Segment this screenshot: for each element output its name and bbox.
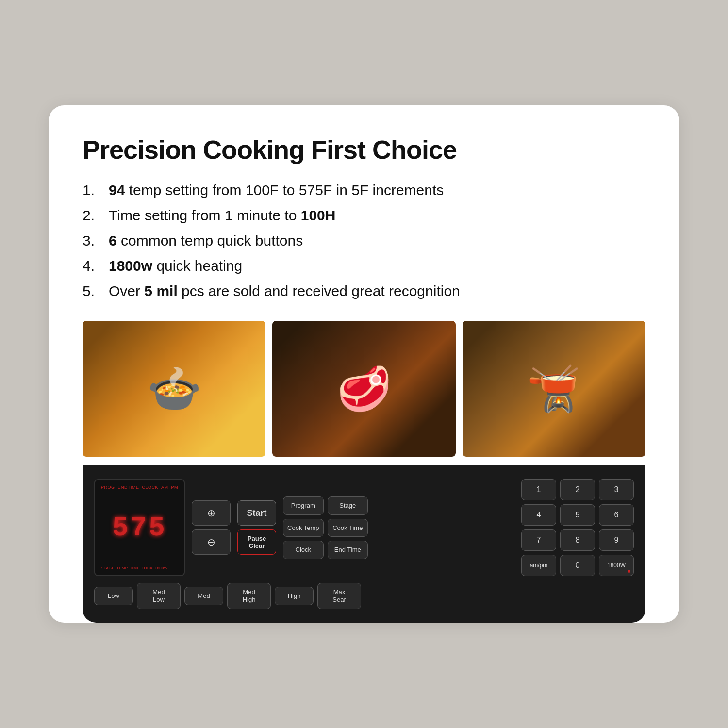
- soup-image: [83, 321, 265, 457]
- watt-indicator: 1800W: [155, 566, 168, 570]
- num-0-button[interactable]: 0: [560, 555, 595, 576]
- display-screen: PROG ENDTIME CLOCK AM PM 575 STAGE TEMP …: [94, 479, 185, 576]
- main-card: Precision Cooking First Choice 1. 94 tem…: [49, 105, 679, 622]
- feature-4: 4. 1800w quick heating: [83, 258, 645, 274]
- num-8-button[interactable]: 8: [560, 529, 595, 551]
- panel-main: PROG ENDTIME CLOCK AM PM 575 STAGE TEMP …: [94, 479, 634, 609]
- page-title: Precision Cooking First Choice: [83, 134, 645, 165]
- cook-time-button[interactable]: Cook Time: [328, 519, 368, 537]
- num-4-button[interactable]: 4: [521, 504, 556, 526]
- watt-button[interactable]: 1800W: [599, 555, 634, 576]
- med-high-button[interactable]: MedHigh: [227, 583, 271, 609]
- num-3-button[interactable]: 3: [599, 479, 634, 500]
- ampm-button[interactable]: am/pm: [521, 555, 556, 576]
- display-number: 575: [101, 514, 178, 542]
- up-arrow-icon: ⊕: [207, 507, 215, 519]
- prog-indicator: PROG: [101, 485, 115, 490]
- cook-temp-button[interactable]: Cook Temp: [283, 519, 324, 537]
- stage-indicator: STAGE: [101, 566, 115, 570]
- stew-image: [463, 321, 645, 457]
- display-top-indicators: PROG ENDTIME CLOCK AM PM: [101, 485, 178, 490]
- feature-1: 1. 94 temp setting from 100F to 575F in …: [83, 182, 645, 199]
- time-indicator: TIME: [130, 566, 139, 570]
- am-indicator: AM: [161, 485, 168, 490]
- updown-section: ⊕ ⊖: [192, 479, 231, 576]
- clock-indicator: CLOCK: [142, 485, 159, 490]
- pause-clear-button[interactable]: PauseClear: [237, 529, 276, 555]
- program-section: Program Stage Cook Temp Cook Time Clock …: [283, 479, 368, 576]
- display-bottom-indicators: STAGE TEMP TIME LOCK 1800W: [101, 566, 178, 570]
- down-arrow-icon: ⊖: [207, 536, 215, 548]
- features-list: 1. 94 temp setting from 100F to 575F in …: [83, 182, 645, 299]
- high-button[interactable]: High: [275, 587, 314, 605]
- down-arrow-button[interactable]: ⊖: [192, 529, 231, 555]
- numpad-section: 1 2 3 4 5 6 7 8 9 am/pm 0 1800W: [521, 479, 634, 576]
- stage-button[interactable]: Stage: [328, 496, 368, 515]
- max-sear-button[interactable]: MaxSear: [317, 583, 361, 609]
- pm-indicator: PM: [171, 485, 179, 490]
- feature-3: 3. 6 common temp quick buttons: [83, 232, 645, 249]
- steak-image: [272, 321, 455, 457]
- num-2-button[interactable]: 2: [560, 479, 595, 500]
- end-time-button[interactable]: End Time: [328, 541, 368, 559]
- num-5-button[interactable]: 5: [560, 504, 595, 526]
- clock-button[interactable]: Clock: [283, 541, 324, 559]
- num-9-button[interactable]: 9: [599, 529, 634, 551]
- control-panel: PROG ENDTIME CLOCK AM PM 575 STAGE TEMP …: [83, 465, 645, 622]
- watt-dot-indicator: [628, 570, 630, 573]
- feature-5: 5. Over 5 mil pcs are sold and received …: [83, 283, 645, 299]
- num-1-button[interactable]: 1: [521, 479, 556, 500]
- start-pause-col: Start PauseClear: [237, 479, 276, 576]
- up-arrow-button[interactable]: ⊕: [192, 500, 231, 526]
- panel-top-row: PROG ENDTIME CLOCK AM PM 575 STAGE TEMP …: [94, 479, 634, 576]
- temp-indicator: TEMP: [116, 566, 128, 570]
- endtime-indicator: ENDTIME: [118, 485, 139, 490]
- program-button[interactable]: Program: [283, 496, 324, 515]
- lock-indicator: LOCK: [142, 566, 153, 570]
- temp-buttons-row: Low MedLow Med MedHigh High MaxSear: [94, 583, 634, 609]
- start-button[interactable]: Start: [237, 500, 276, 526]
- feature-2: 2. Time setting from 1 minute to 100H: [83, 207, 645, 224]
- food-images-row: [83, 321, 645, 457]
- num-7-button[interactable]: 7: [521, 529, 556, 551]
- med-button[interactable]: Med: [184, 587, 223, 605]
- num-6-button[interactable]: 6: [599, 504, 634, 526]
- low-button[interactable]: Low: [94, 587, 133, 605]
- med-low-button[interactable]: MedLow: [137, 583, 181, 609]
